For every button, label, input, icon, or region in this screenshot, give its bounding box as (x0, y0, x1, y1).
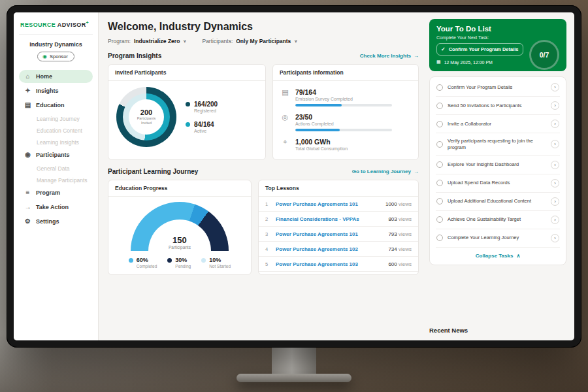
section-title: Program Insights (108, 52, 161, 59)
filter-dropdown[interactable]: Participants: Only My Participants ∨ (202, 38, 297, 44)
sidebar: RESOURCE ADVISOR+ Industry Dynamics ◉ Sp… (14, 12, 99, 340)
task-checkbox[interactable] (436, 216, 443, 223)
task-checkbox[interactable] (436, 180, 443, 186)
sidebar-item-insights[interactable]: ✦ Insights (19, 84, 93, 97)
legend-item: 60% Completed (129, 257, 157, 269)
page-title: Welcome, Industry Dynamics (108, 21, 419, 33)
task-checkbox[interactable] (436, 103, 443, 109)
education-progress-body: 150 Participants 60% (108, 197, 251, 274)
task-row[interactable]: Invite a Collaborator › (436, 115, 560, 133)
sidebar-item-label: Insights (36, 88, 59, 94)
chevron-right-icon[interactable]: › (551, 179, 559, 188)
stat-label: Emission Survey Completed (295, 97, 392, 101)
sidebar-item-learning-journey[interactable]: Learning Journey (19, 113, 93, 125)
lesson-link[interactable]: Financial Considerations - VPPAs (276, 216, 383, 222)
lesson-views-count: 600 (388, 261, 397, 267)
lesson-views-count: 1000 (385, 201, 397, 207)
task-checkbox[interactable] (436, 141, 443, 148)
lesson-views-count: 734 (388, 246, 397, 252)
sidebar-item-participants[interactable]: ◉ Participants (19, 148, 93, 161)
task-row[interactable]: Achieve One Sustainability Target › (436, 211, 560, 229)
section-title: Participant Learning Journey (108, 168, 198, 175)
logo-plus: + (86, 20, 90, 25)
check-more-insights-link[interactable]: Check More Insights → (360, 53, 419, 59)
legend-item-active: 84/164 Active (186, 121, 218, 133)
desk-scene: RESOURCE ADVISOR+ Industry Dynamics ◉ Sp… (0, 0, 588, 392)
lesson-row: 1 Power Purchase Agreements 101 1000 vie… (259, 197, 418, 212)
task-checkbox[interactable] (436, 198, 443, 204)
task-row[interactable]: Send 50 Invitations to Participants › (436, 97, 560, 115)
sidebar-item-label: Settings (36, 218, 59, 225)
task-label: Invite a Collaborator (448, 121, 546, 127)
chevron-right-icon[interactable]: › (551, 216, 559, 224)
lesson-link[interactable]: Power Purchase Agreements 101 (276, 231, 383, 237)
chevron-right-icon[interactable]: › (551, 197, 559, 206)
task-checkbox[interactable] (436, 121, 443, 127)
chevron-right-icon[interactable]: › (551, 120, 559, 128)
task-row[interactable]: Confirm Your Program Details › (436, 78, 560, 97)
lesson-row: 5 Power Purchase Agreements 103 600 view… (259, 257, 418, 272)
task-checkbox[interactable] (436, 161, 443, 168)
sidebar-item-education[interactable]: ▤ Education (19, 99, 93, 112)
go-to-learning-journey-link[interactable]: Go to Learning Journey → (352, 169, 419, 174)
chevron-right-icon[interactable]: › (551, 140, 559, 148)
task-row[interactable]: Upload Spend Data Records › (436, 174, 560, 193)
invited-donut-chart: 200 Participants Invited (116, 87, 176, 147)
lesson-row: 4 Power Purchase Agreements 102 734 view… (259, 242, 418, 257)
lesson-link[interactable]: Power Purchase Agreements 103 (276, 261, 383, 267)
chevron-right-icon[interactable]: › (551, 234, 559, 242)
filter-value: Industrialize Zero (134, 38, 180, 44)
lesson-link[interactable]: Power Purchase Agreements 102 (276, 246, 383, 252)
sidebar-item-take-action[interactable]: → Take Action (19, 201, 93, 214)
home-icon: ⌂ (24, 73, 31, 80)
sidebar-item-general-data[interactable]: General Data (19, 163, 93, 174)
chevron-glyph: › (554, 103, 556, 108)
task-label: Upload Spend Data Records (448, 180, 546, 186)
sidebar-item-manage-participants[interactable]: Manage Participants (19, 174, 93, 186)
lesson-link[interactable]: Power Purchase Agreements 101 (276, 201, 380, 207)
card-title: Education Progress (108, 180, 251, 197)
task-row[interactable]: Complete Your Learning Journey › (436, 229, 560, 248)
chevron-glyph: › (554, 235, 556, 241)
learning-journey-header: Participant Learning Journey Go to Learn… (108, 168, 419, 175)
legend-label: Registered (194, 108, 218, 113)
lesson-rank: 1 (265, 201, 270, 207)
sidebar-item-education-content[interactable]: Education Content (19, 125, 93, 137)
task-checkbox[interactable] (436, 235, 443, 241)
chevron-right-icon[interactable]: › (551, 101, 559, 110)
task-label: Confirm Your Program Details (448, 84, 546, 91)
chevron-down-icon: ∨ (294, 39, 297, 44)
collapse-tasks-link[interactable]: Collapse Tasks ∧ (436, 248, 560, 263)
stat-value: 23/50 (295, 113, 392, 121)
arrow-right-icon: → (414, 53, 419, 59)
chevron-right-icon[interactable]: › (551, 161, 559, 169)
legend-percent: 60% (137, 257, 157, 263)
task-checkbox[interactable] (436, 84, 443, 91)
sidebar-item-program[interactable]: ≡ Program (19, 186, 93, 199)
calendar-icon: ▦ (436, 59, 441, 65)
sidebar-item-label: Education (36, 102, 65, 108)
task-row[interactable]: Explore Your Insights Dashboard › (436, 156, 560, 174)
lesson-views-count: 803 (388, 216, 397, 222)
chevron-glyph: › (554, 121, 556, 127)
legend-percent: 10% (209, 257, 231, 263)
chevron-right-icon[interactable]: › (551, 83, 559, 91)
lesson-rank: 2 (265, 216, 270, 222)
chevron-glyph: › (554, 84, 556, 90)
donut-center-label: Invited (141, 121, 152, 125)
task-row[interactable]: Upload Additional Educational Content › (436, 193, 560, 211)
link-label: Go to Learning Journey (352, 169, 411, 174)
chevron-glyph: › (554, 141, 556, 147)
todo-next-task[interactable]: ✓ Confirm Your Program Details (436, 43, 523, 56)
sponsor-badge[interactable]: ◉ Sponsor (37, 52, 74, 61)
lesson-views: 793 views (388, 231, 412, 237)
filter-value: Only My Participants (236, 38, 291, 44)
sidebar-item-learning-insights[interactable]: Learning Insights (19, 137, 93, 148)
task-row[interactable]: Verify participants requesting to join t… (436, 133, 560, 156)
sidebar-item-settings[interactable]: ⚙ Settings (19, 215, 93, 228)
stat-emission-survey: ▤ 79/164 Emission Survey Completed (281, 85, 410, 110)
sidebar-item-home[interactable]: ⌂ Home (19, 70, 93, 83)
lesson-views: 734 views (388, 246, 412, 252)
filter-dropdown[interactable]: Program: Industrialize Zero ∨ (108, 38, 186, 44)
invited-card-body: 200 Participants Invited 164/200 (108, 81, 265, 153)
